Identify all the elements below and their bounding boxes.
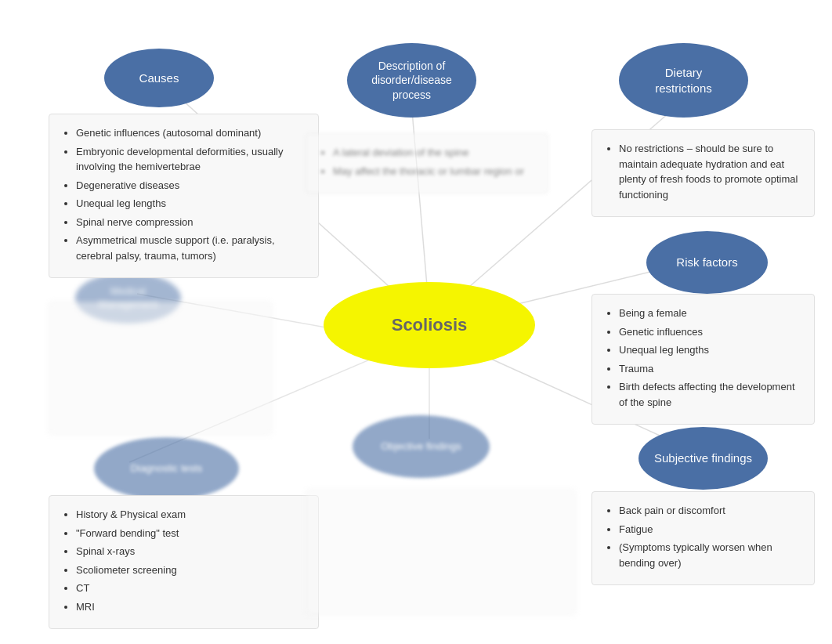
subjective-info-box: Back pain or discomfort Fatigue (Symptom…	[591, 491, 815, 585]
description-item-2: May affect the thoracic or lumbar region…	[333, 164, 535, 179]
risk-item-2: Genetic influences	[619, 324, 801, 340]
risk-item-5: Birth defects affecting the development …	[619, 379, 801, 410]
risk-item-1: Being a female	[619, 306, 801, 321]
causes-item-2: Embryonic developmental deformities, usu…	[76, 144, 306, 175]
dietary-info-box: No restrictions – should be sure to main…	[591, 129, 815, 217]
diagnosis-item-1: History & Physical exam	[76, 507, 306, 523]
subjective-item-3: (Symptoms typically worsen when bending …	[619, 540, 801, 570]
blurred-info-box-bottom	[306, 490, 576, 615]
description-item-1: A lateral deviation of the spine	[333, 145, 535, 161]
causes-item-3: Degenerative diseases	[76, 178, 306, 194]
causes-item-5: Spinal nerve compression	[76, 215, 306, 230]
causes-info-box: Genetic influences (autosomal dominant) …	[49, 114, 319, 278]
diagnosis-item-2: "Forward bending" test	[76, 526, 306, 541]
center-oval: Scoliosis	[324, 282, 535, 368]
causes-item-4: Unequal leg lengths	[76, 196, 306, 212]
subjective-findings-oval: Subjective findings	[638, 427, 768, 490]
subjective-list: Back pain or discomfort Fatigue (Symptom…	[605, 503, 801, 570]
subjective-item-1: Back pain or discomfort	[619, 503, 801, 519]
blurred-oval-2: Objective findings	[353, 415, 490, 478]
risk-factors-info-box: Being a female Genetic influences Unequa…	[591, 294, 815, 425]
description-list: A lateral deviation of the spine May aff…	[319, 145, 535, 179]
dietary-list: No restrictions – should be sure to main…	[605, 141, 801, 202]
causes-list: Genetic influences (autosomal dominant) …	[62, 125, 306, 263]
blurred-info-box-left	[49, 302, 272, 435]
diagnosis-item-6: MRI	[76, 599, 306, 615]
causes-item-1: Genetic influences (autosomal dominant)	[76, 125, 306, 141]
description-info-box: A lateral deviation of the spine May aff…	[306, 133, 548, 194]
subjective-item-2: Fatigue	[619, 522, 801, 537]
diagnosis-item-5: CT	[76, 581, 306, 596]
risk-item-4: Trauma	[619, 361, 801, 377]
causes-oval: Causes	[104, 49, 214, 107]
dietary-item-1: No restrictions – should be sure to main…	[619, 141, 801, 202]
diagnosis-list: History & Physical exam "Forward bending…	[62, 507, 306, 614]
blurred-oval-3: Diagnostic tests	[94, 437, 239, 500]
description-oval: Description of disorder/disease process	[347, 43, 476, 118]
diagnosis-item-4: Scoliometer screening	[76, 563, 306, 578]
dietary-oval: Dietary restrictions	[619, 43, 748, 118]
risk-factors-oval: Risk factors	[646, 231, 768, 294]
diagnosis-item-3: Spinal x-rays	[76, 544, 306, 559]
causes-item-6: Asymmetrical muscle support (i.e. paraly…	[76, 233, 306, 263]
risk-factors-list: Being a female Genetic influences Unequa…	[605, 306, 801, 410]
diagnosis-info-box: History & Physical exam "Forward bending…	[49, 495, 319, 629]
risk-item-3: Unequal leg lengths	[619, 342, 801, 358]
